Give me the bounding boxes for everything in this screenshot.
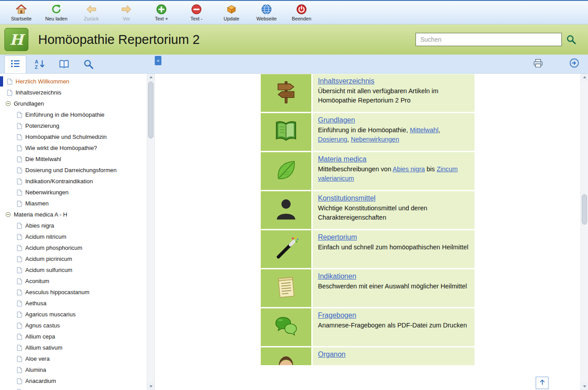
tab-search[interactable] [78, 56, 99, 73]
row-icon-cell [261, 152, 311, 190]
scroll-up-icon[interactable] [147, 74, 154, 81]
scroll-down-icon[interactable] [581, 382, 588, 390]
selection-bar [0, 76, 3, 87]
row-title-link[interactable]: Konstitutionsmittel [318, 194, 376, 202]
sidebar-item-label: Abies nigra [25, 222, 54, 229]
sidebar-item-anacardium[interactable]: Anacardium [0, 375, 147, 386]
scroll-up-icon[interactable] [581, 74, 588, 81]
sidebar-item-dosierung-und-darreichungsformen[interactable]: Dosierung und Darreichungsformen [0, 165, 147, 176]
content-scrollbar-thumb[interactable] [582, 194, 587, 225]
sidebar-item-label: Allium cepa [25, 333, 55, 340]
row-title-link[interactable]: Materia medica [318, 155, 366, 163]
content-row-organon: Organon [261, 347, 474, 365]
sidebar-item-aconitum[interactable]: Aconitum [0, 276, 147, 287]
collapse-minus-icon[interactable] [5, 212, 11, 217]
print-button[interactable] [533, 58, 544, 71]
sidebar-item-materia-medica-a-h[interactable]: Materia medica A - H [0, 209, 147, 220]
sidebar-item-allium-cepa[interactable]: Allium cepa [0, 331, 147, 342]
inline-link[interactable]: Nebenwirkungen [351, 136, 399, 143]
sidebar-item-allium-sativum[interactable]: Allium sativum [0, 342, 147, 353]
row-icon-cell [261, 269, 311, 307]
sidebar-item-agnus-castus[interactable]: Agnus castus [0, 320, 147, 331]
magnifier-icon [83, 59, 94, 71]
sidebar-item-potenzierung[interactable]: Potenzierung [0, 120, 147, 131]
toolbar-button-update[interactable]: Update [217, 3, 246, 21]
sidebar-item-label: Die Mittelwahl [25, 156, 61, 162]
toolbar-button-webseite[interactable]: Webseite [252, 3, 281, 21]
tab-contents[interactable] [4, 55, 26, 73]
sidebar-item-label: Allium sativum [25, 344, 63, 351]
row-title-link[interactable]: Organon [318, 351, 345, 358]
sidebar-item-grundlagen[interactable]: Grundlagen [0, 98, 147, 109]
sidebar-item-alumina[interactable]: Alumina [0, 364, 147, 375]
sidebar-item-aethusa[interactable]: Aethusa [0, 298, 147, 309]
sidebar-item-die-mittelwahl[interactable]: Die Mittelwahl [0, 154, 147, 165]
row-icon-cell [261, 347, 311, 365]
sidebar-item-acidum-nitricum[interactable]: Acidum nitricum [0, 231, 147, 242]
sidebar-item-aloe-vera[interactable]: Aloe vera [0, 353, 147, 364]
toolbar-button-startseite[interactable]: Startseite [7, 3, 35, 21]
row-title-link[interactable]: Grundlagen [318, 116, 355, 124]
collapse-sidebar-button[interactable]: « [155, 56, 161, 65]
content-page: InhaltsverzeichnisÜbersicht mit allen ve… [155, 74, 580, 390]
inline-link[interactable]: Abies nigra [392, 165, 425, 173]
toolbar-button-label: Neu laden [45, 16, 67, 21]
sidebar-item-label: Homöopathie und Schulmedizin [25, 134, 107, 140]
sidebar-item-indikation-kontraindikation[interactable]: Indikation/Kontraindikation [0, 176, 147, 187]
content-row-inhaltsverzeichnis: InhaltsverzeichnisÜbersicht mit allen ve… [261, 74, 474, 112]
sidebar-item-agaricus-muscarius[interactable]: Agaricus muscarius [0, 309, 147, 320]
arrow-left-icon [86, 4, 97, 15]
sidebar-item-label: Aethusa [25, 300, 47, 307]
toolbar-button-text-minus[interactable]: Text - [182, 3, 211, 21]
sidebar-scrollbar-thumb[interactable] [148, 82, 153, 138]
scroll-to-top-button[interactable] [536, 377, 549, 389]
sidebar-item-homöopathie-und-schulmedizin[interactable]: Homöopathie und Schulmedizin [0, 131, 147, 142]
tab-glossary[interactable] [53, 56, 75, 73]
row-text-cell: RepertoriumEinfach und schnell zum homöo… [313, 230, 474, 268]
search-icon[interactable] [566, 34, 576, 45]
toolbar-button-vor[interactable]: Vor [112, 3, 141, 21]
row-title-link[interactable]: Repertorium [318, 233, 357, 241]
sidebar-item-antimonium-crudum[interactable]: Antimonium crudum [0, 386, 147, 390]
toolbar-button-text-plus[interactable]: Text + [147, 3, 176, 21]
sidebar-item-miasmen[interactable]: Miasmen [0, 198, 147, 209]
search-input[interactable] [416, 33, 562, 46]
sidebar-item-nebenwirkungen[interactable]: Nebenwirkungen [0, 187, 147, 198]
sidebar-item-label: Agnus castus [25, 322, 60, 329]
sidebar-scrollbar[interactable] [147, 74, 154, 390]
sidebar-item-acidum-picrinicum[interactable]: Acidum picrinicum [0, 253, 147, 264]
sidebar-item-wie-wirkt-die-homöopathie[interactable]: Wie wirkt die Homöopathie? [0, 142, 147, 154]
scroll-down-icon[interactable] [147, 382, 154, 390]
sidebar-item-label: Inhaltsverzeichnis [16, 89, 61, 96]
description-text: Mittelbeschreibungen von [318, 165, 392, 173]
sidebar-item-label: Alumina [25, 366, 46, 373]
toolbar-button-neu-laden[interactable]: Neu laden [42, 3, 71, 21]
collapse-minus-icon[interactable] [5, 101, 11, 106]
page-icon [17, 356, 22, 362]
toolbar-button-beenden[interactable]: Beenden [287, 3, 316, 21]
toolbar-button-zurueck[interactable]: Zurück [77, 3, 106, 21]
sidebar-item-herzlich-willkommen[interactable]: Herzlich Willkommen [0, 76, 147, 87]
sidebar-item-label: Acidum picrinicum [25, 256, 72, 262]
row-title-link[interactable]: Inhaltsverzeichnis [318, 77, 374, 85]
app-logo: H [4, 28, 28, 51]
sidebar-item-abies-nigra[interactable]: Abies nigra [0, 220, 147, 231]
inline-link[interactable]: Dosierung [318, 136, 347, 143]
row-text-cell: InhaltsverzeichnisÜbersicht mit allen ve… [313, 74, 474, 112]
description-text: Einfach und schnell zum homöopathischen … [318, 244, 468, 251]
content-viewport: InhaltsverzeichnisÜbersicht mit allen ve… [155, 74, 580, 365]
sidebar-item-acidum-sulfuricum[interactable]: Acidum sulfuricum [0, 264, 147, 276]
content-scrollbar[interactable] [580, 74, 588, 390]
row-title-link[interactable]: Indikationen [318, 272, 356, 280]
sidebar-item-label: Aloe vera [25, 355, 50, 362]
sidebar-item-acidum-phosphoricum[interactable]: Acidum phosphoricum [0, 242, 147, 253]
sidebar-item-inhaltsverzeichnis[interactable]: Inhaltsverzeichnis [0, 87, 147, 98]
tab-index[interactable]: AZ [29, 56, 51, 73]
row-title-link[interactable]: Fragebogen [318, 311, 356, 319]
sidebar-item-aesculus-hippocastanum[interactable]: Aesculus hippocastanum [0, 287, 147, 298]
row-description: Einführung in die Homöopathie, Mittelwah… [318, 126, 469, 144]
sidebar-item-einführung-in-die-homöopathie[interactable]: Einführung in die Homöopathie [0, 109, 147, 120]
sidebar-item-label: Acidum sulfuricum [25, 267, 72, 273]
navigate-button[interactable] [569, 58, 580, 70]
inline-link[interactable]: Mittelwahl [410, 126, 438, 134]
